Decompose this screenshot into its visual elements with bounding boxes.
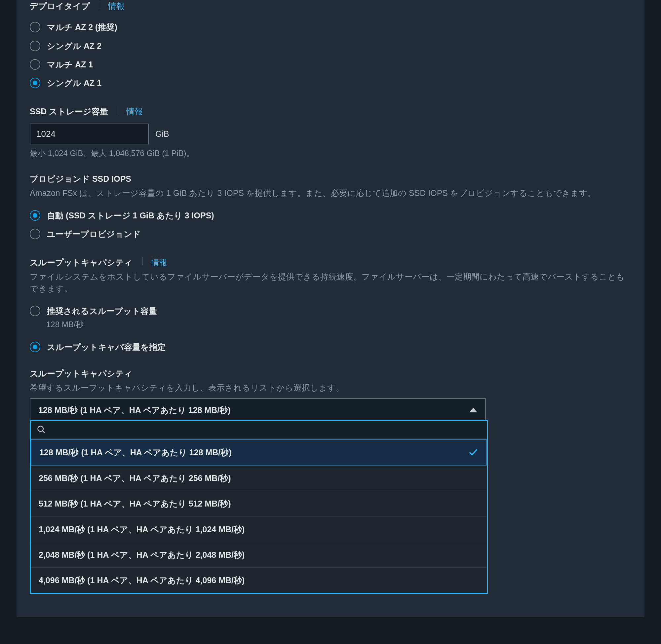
throughput-option-256[interactable]: 256 MB/秒 (1 HA ペア、HA ペアあたり 256 MB/秒)	[31, 465, 487, 491]
radio-throughput-recommended-sub: 128 MB/秒	[46, 319, 631, 330]
radio-throughput-recommended[interactable]: 推奨されるスループット容量	[30, 302, 631, 320]
throughput-dropdown: 128 MB/秒 (1 HA ペア、HA ペアあたり 128 MB/秒)	[30, 398, 486, 422]
radio-label: シングル AZ 1	[47, 77, 101, 89]
option-label: 256 MB/秒 (1 HA ペア、HA ペアあたり 256 MB/秒)	[39, 472, 231, 484]
radio-label: マルチ AZ 2 (推奨)	[47, 21, 117, 33]
iops-radio-group: 自動 (SSD ストレージ 1 GiB あたり 3 IOPS) ユーザープロビジ…	[30, 206, 631, 244]
radio-icon	[30, 78, 40, 88]
radio-icon	[30, 210, 40, 221]
radio-label: ユーザープロビジョンド	[47, 228, 141, 240]
throughput-dropdown-value: 128 MB/秒 (1 HA ペア、HA ペアあたり 128 MB/秒)	[38, 404, 231, 416]
option-label: 2,048 MB/秒 (1 HA ペア、HA ペアあたり 2,048 MB/秒)	[39, 549, 245, 561]
caret-up-icon	[469, 408, 477, 412]
radio-multi-az-2[interactable]: マルチ AZ 2 (推奨)	[30, 18, 631, 36]
radio-label: マルチ AZ 1	[47, 59, 93, 70]
radio-icon	[30, 229, 40, 239]
throughput-mode-info-link[interactable]: 情報	[151, 256, 167, 268]
option-label: 1,024 MB/秒 (1 HA ペア、HA ペアあたり 1,024 MB/秒)	[39, 523, 245, 535]
throughput-mode-description: ファイルシステムをホストしているファイルサーバーがデータを提供できる持続速度。フ…	[30, 271, 631, 295]
divider	[100, 0, 100, 9]
throughput-option-512[interactable]: 512 MB/秒 (1 HA ペア、HA ペアあたり 512 MB/秒)	[31, 491, 487, 516]
radio-label: 推奨されるスループット容量	[47, 305, 157, 317]
radio-throughput-specify[interactable]: スループットキャパ容量を指定	[30, 338, 631, 356]
throughput-select-label: スループットキャパシティ	[30, 367, 133, 379]
throughput-search-input[interactable]	[50, 424, 481, 435]
iops-label: プロビジョンド SSD IOPS	[30, 173, 131, 185]
check-icon	[468, 447, 478, 457]
radio-label: シングル AZ 2	[47, 40, 101, 52]
radio-icon	[30, 22, 40, 32]
ssd-capacity-input[interactable]	[30, 123, 149, 144]
iops-description: Amazon FSx は、ストレージ容量の 1 GiB あたり 3 IOPS を…	[30, 187, 631, 199]
deploy-type-info-link[interactable]: 情報	[108, 0, 124, 12]
throughput-search-row	[31, 421, 487, 439]
radio-iops-user[interactable]: ユーザープロビジョンド	[30, 225, 631, 243]
radio-icon	[30, 342, 40, 352]
radio-label: スループットキャパ容量を指定	[47, 341, 165, 353]
radio-multi-az-1[interactable]: マルチ AZ 1	[30, 55, 631, 74]
throughput-option-4096[interactable]: 4,096 MB/秒 (1 HA ペア、HA ペアあたり 4,096 MB/秒)	[31, 568, 487, 593]
throughput-mode-radio-group: 推奨されるスループット容量 128 MB/秒 スループットキャパ容量を指定	[30, 302, 631, 356]
ssd-capacity-info-link[interactable]: 情報	[126, 106, 143, 117]
throughput-select-description: 希望するスループットキャパシティを入力し、表示されるリストから選択します。	[30, 382, 631, 394]
throughput-dropdown-panel: 128 MB/秒 (1 HA ペア、HA ペアあたり 128 MB/秒) 256…	[30, 420, 488, 594]
divider	[142, 257, 143, 265]
deploy-type-radio-group: マルチ AZ 2 (推奨) シングル AZ 2 マルチ AZ 1 シングル AZ…	[30, 18, 631, 92]
option-label: 128 MB/秒 (1 HA ペア、HA ペアあたり 128 MB/秒)	[39, 446, 232, 458]
divider	[118, 106, 118, 114]
ssd-capacity-unit: GiB	[155, 128, 169, 140]
ssd-capacity-label: SSD ストレージ容量	[30, 106, 108, 117]
throughput-option-list: 128 MB/秒 (1 HA ペア、HA ペアあたり 128 MB/秒) 256…	[31, 439, 487, 593]
search-icon	[37, 425, 46, 434]
radio-iops-auto[interactable]: 自動 (SSD ストレージ 1 GiB あたり 3 IOPS)	[30, 206, 631, 225]
radio-single-az-2[interactable]: シングル AZ 2	[30, 37, 631, 55]
throughput-option-2048[interactable]: 2,048 MB/秒 (1 HA ペア、HA ペアあたり 2,048 MB/秒)	[31, 542, 487, 568]
radio-icon	[30, 306, 40, 316]
radio-icon	[30, 41, 40, 51]
ssd-capacity-hint: 最小 1,024 GiB、最大 1,048,576 GiB (1 PiB)。	[30, 148, 631, 159]
radio-icon	[30, 59, 40, 70]
throughput-dropdown-trigger[interactable]: 128 MB/秒 (1 HA ペア、HA ペアあたり 128 MB/秒)	[30, 398, 486, 422]
deploy-type-label: デプロイタイプ	[30, 0, 90, 12]
radio-label: 自動 (SSD ストレージ 1 GiB あたり 3 IOPS)	[47, 209, 214, 222]
svg-line-1	[43, 431, 45, 433]
option-label: 4,096 MB/秒 (1 HA ペア、HA ペアあたり 4,096 MB/秒)	[39, 574, 245, 586]
option-label: 512 MB/秒 (1 HA ペア、HA ペアあたり 512 MB/秒)	[39, 498, 231, 509]
radio-single-az-1[interactable]: シングル AZ 1	[30, 74, 631, 92]
throughput-option-128[interactable]: 128 MB/秒 (1 HA ペア、HA ペアあたり 128 MB/秒)	[31, 439, 487, 465]
config-panel: デプロイタイプ 情報 マルチ AZ 2 (推奨) シングル AZ 2 マルチ A…	[17, 0, 644, 617]
throughput-mode-label: スループットキャパシティ	[30, 256, 133, 268]
throughput-option-1024[interactable]: 1,024 MB/秒 (1 HA ペア、HA ペアあたり 1,024 MB/秒)	[31, 517, 487, 542]
